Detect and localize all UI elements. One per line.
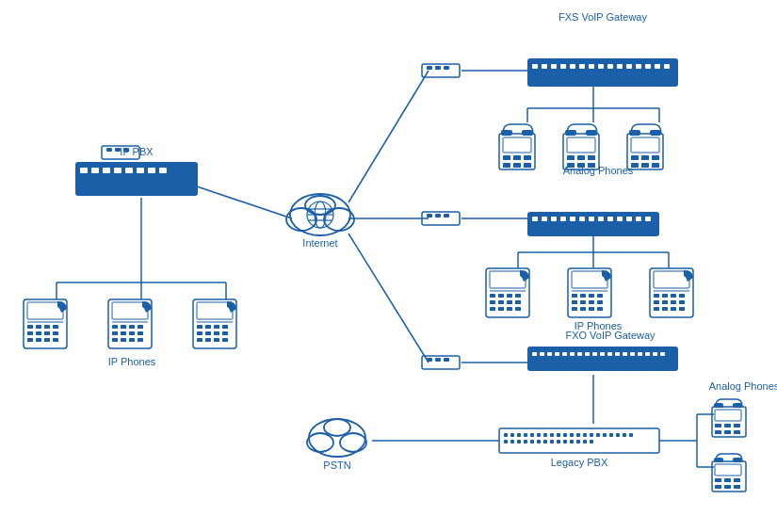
svg-rect-194: [222, 331, 228, 335]
svg-rect-93: [427, 358, 432, 362]
svg-rect-71: [645, 64, 651, 69]
svg-rect-290: [724, 485, 731, 489]
svg-rect-182: [129, 338, 135, 342]
svg-rect-124: [530, 433, 534, 437]
ip-phone-left-2: [108, 299, 152, 348]
svg-rect-177: [121, 331, 126, 335]
svg-rect-251: [572, 300, 577, 304]
svg-rect-86: [598, 217, 604, 221]
svg-rect-57: [444, 66, 449, 70]
svg-rect-114: [660, 352, 665, 356]
svg-rect-145: [537, 440, 541, 443]
svg-rect-61: [551, 64, 557, 69]
svg-rect-293: [733, 458, 742, 462]
svg-rect-198: [222, 338, 228, 342]
svg-rect-84: [579, 217, 585, 221]
svg-rect-158: [36, 325, 41, 329]
svg-rect-111: [638, 352, 642, 356]
svg-rect-233: [498, 294, 504, 298]
svg-rect-205: [513, 163, 521, 168]
svg-rect-288: [734, 478, 740, 482]
svg-rect-243: [515, 307, 521, 311]
svg-rect-267: [662, 300, 668, 304]
svg-rect-225: [641, 163, 649, 168]
svg-rect-94: [435, 358, 441, 362]
svg-rect-120: [504, 433, 508, 437]
svg-rect-38: [91, 168, 99, 173]
svg-rect-211: [567, 155, 575, 160]
analog-phones-bottom-label: Analog Phones: [709, 380, 777, 392]
svg-rect-176: [112, 331, 118, 335]
svg-rect-80: [542, 217, 547, 221]
svg-point-48: [305, 196, 335, 215]
ip-phone-left-3: [193, 299, 236, 348]
svg-rect-66: [598, 64, 604, 69]
svg-rect-228: [650, 130, 661, 136]
svg-rect-190: [222, 325, 228, 329]
svg-rect-79: [532, 217, 538, 221]
svg-rect-162: [36, 331, 41, 335]
svg-rect-175: [138, 325, 143, 329]
svg-rect-139: [629, 433, 633, 437]
svg-rect-291: [734, 485, 740, 489]
svg-rect-110: [630, 352, 635, 356]
svg-rect-78: [527, 212, 659, 236]
svg-rect-77: [444, 214, 449, 218]
svg-rect-59: [532, 64, 538, 69]
svg-rect-131: [576, 433, 580, 437]
svg-rect-207: [501, 130, 512, 136]
svg-rect-72: [655, 64, 660, 69]
svg-rect-55: [427, 66, 432, 70]
svg-rect-271: [662, 307, 668, 311]
svg-rect-105: [592, 352, 597, 356]
svg-rect-142: [517, 440, 521, 443]
svg-rect-73: [664, 64, 670, 69]
svg-line-1: [348, 71, 429, 202]
svg-rect-160: [53, 325, 58, 329]
svg-rect-281: [734, 430, 740, 434]
svg-rect-163: [44, 331, 50, 335]
analog-phone-top-1: [499, 124, 535, 169]
svg-rect-121: [510, 433, 514, 437]
svg-rect-63: [570, 64, 575, 69]
ip-phones-right-label: IP Phones: [575, 320, 623, 331]
svg-rect-98: [540, 352, 544, 356]
svg-rect-39: [103, 168, 110, 173]
svg-rect-168: [53, 338, 58, 342]
svg-line-5: [348, 234, 429, 363]
ip-phones-left-label: IP Phones: [108, 356, 156, 367]
svg-rect-123: [524, 433, 527, 437]
svg-rect-285: [715, 464, 741, 476]
svg-rect-263: [662, 294, 668, 298]
svg-rect-282: [714, 403, 723, 408]
svg-rect-256: [580, 307, 586, 311]
svg-rect-204: [503, 163, 510, 168]
ip-pbx-label: IP PBX: [120, 146, 154, 157]
svg-rect-135: [603, 433, 607, 437]
svg-rect-172: [112, 325, 118, 329]
svg-rect-287: [724, 478, 731, 482]
svg-rect-241: [498, 307, 504, 311]
svg-rect-174: [129, 325, 135, 329]
svg-rect-279: [715, 430, 721, 434]
svg-rect-238: [507, 300, 512, 304]
svg-rect-37: [80, 168, 88, 173]
svg-rect-103: [577, 352, 582, 356]
svg-rect-88: [617, 217, 623, 221]
svg-rect-157: [27, 325, 33, 329]
svg-rect-138: [623, 433, 626, 437]
svg-rect-210: [567, 137, 595, 153]
svg-rect-70: [636, 64, 641, 69]
svg-rect-222: [641, 155, 649, 160]
svg-rect-128: [557, 433, 560, 437]
svg-rect-183: [138, 338, 143, 342]
svg-rect-201: [503, 155, 510, 160]
analog-phone-bottom-1: [712, 399, 746, 437]
analog-phones-top-label: Analog Phones: [563, 165, 634, 176]
svg-line-0: [188, 184, 292, 218]
svg-rect-234: [507, 294, 512, 298]
svg-rect-36: [75, 162, 198, 196]
svg-rect-173: [121, 325, 126, 329]
fxs-gateway-label: FXS VoIP Gateway: [558, 11, 647, 23]
svg-rect-42: [137, 168, 144, 173]
